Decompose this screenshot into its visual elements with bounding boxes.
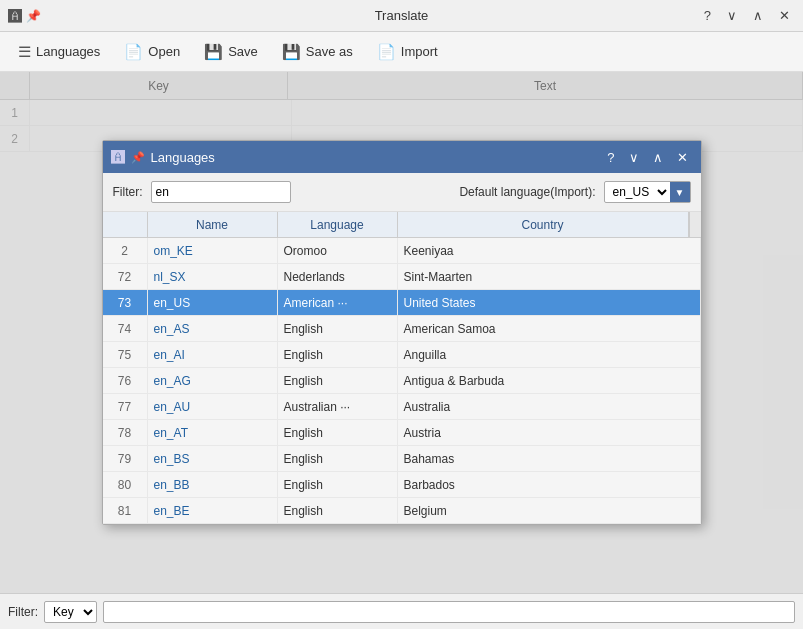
- lang-cell-name: en_BS: [148, 446, 278, 471]
- lang-cell-num: 75: [103, 342, 148, 367]
- lang-table-row[interactable]: 2 om_KE Oromoo Keeniyaa: [103, 238, 701, 264]
- lang-cell-num: 2: [103, 238, 148, 263]
- lang-table-row[interactable]: 73 en_US American ··· United States: [103, 290, 701, 316]
- lang-cell-num: 80: [103, 472, 148, 497]
- lang-cell-name: en_AI: [148, 342, 278, 367]
- lang-cell-language: English: [278, 472, 398, 497]
- saveas-button[interactable]: 💾 Save as: [272, 39, 363, 65]
- dialog-titlebar: 🅰 📌 Languages ? ∨ ∧ ✕: [103, 141, 701, 173]
- save-label: Save: [228, 44, 258, 59]
- close-button[interactable]: ✕: [774, 6, 795, 25]
- lang-cell-num: 78: [103, 420, 148, 445]
- bottom-filter-label: Filter:: [8, 605, 38, 619]
- title-bar-left: 🅰 📌: [8, 8, 41, 24]
- lang-col-num-header: [103, 212, 148, 237]
- lang-cell-name: nl_SX: [148, 264, 278, 289]
- lang-cell-name: en_AG: [148, 368, 278, 393]
- lang-table-header: Name Language Country: [103, 212, 701, 238]
- lang-col-country-header: Country: [398, 212, 689, 237]
- app-icon: 🅰: [8, 8, 22, 24]
- lang-cell-country: Barbados: [398, 472, 701, 497]
- lang-cell-language: English: [278, 498, 398, 523]
- default-language-select[interactable]: en_US: [605, 182, 670, 202]
- maximize-button[interactable]: ∧: [748, 6, 768, 25]
- lang-cell-country: American Samoa: [398, 316, 701, 341]
- pin-icon: 📌: [26, 9, 41, 23]
- lang-table-row[interactable]: 72 nl_SX Nederlands Sint-Maarten: [103, 264, 701, 290]
- lang-cell-name: en_BB: [148, 472, 278, 497]
- languages-button[interactable]: ☰ Languages: [8, 39, 110, 65]
- dialog-minimize-button[interactable]: ∨: [624, 148, 644, 167]
- dialog-titlebar-left: 🅰 📌 Languages: [111, 149, 215, 165]
- lang-cell-name: en_BE: [148, 498, 278, 523]
- save-icon: 💾: [204, 43, 223, 61]
- open-button[interactable]: 📄 Open: [114, 39, 190, 65]
- lang-cell-country: Bahamas: [398, 446, 701, 471]
- saveas-icon: 💾: [282, 43, 301, 61]
- lang-table-row[interactable]: 81 en_BE English Belgium: [103, 498, 701, 524]
- lang-cell-language: English: [278, 368, 398, 393]
- lang-table-row[interactable]: 79 en_BS English Bahamas: [103, 446, 701, 472]
- lang-cell-language: Oromoo: [278, 238, 398, 263]
- import-label: Import: [401, 44, 438, 59]
- dialog-filter-bar: Filter: Default language(Import): en_US …: [103, 173, 701, 212]
- languages-label: Languages: [36, 44, 100, 59]
- dialog-pin-icon: 📌: [131, 151, 145, 164]
- filter-input[interactable]: [151, 181, 291, 203]
- dialog-close-button[interactable]: ✕: [672, 148, 693, 167]
- lang-table-row[interactable]: 75 en_AI English Anguilla: [103, 342, 701, 368]
- title-bar: 🅰 📌 Translate ? ∨ ∧ ✕: [0, 0, 803, 32]
- lang-cell-name: en_AU: [148, 394, 278, 419]
- dropdown-arrow-button[interactable]: ▼: [670, 182, 690, 202]
- lang-cell-country: Austria: [398, 420, 701, 445]
- lang-cell-num: 73: [103, 290, 148, 315]
- scrollbar-header-spacer: [689, 212, 701, 237]
- modal-overlay: 🅰 📌 Languages ? ∨ ∧ ✕ Filter: Default la…: [0, 72, 803, 593]
- lang-col-language-header: Language: [278, 212, 398, 237]
- lang-col-name-header: Name: [148, 212, 278, 237]
- lang-cell-num: 79: [103, 446, 148, 471]
- menu-icon: ☰: [18, 43, 31, 61]
- import-button[interactable]: 📄 Import: [367, 39, 448, 65]
- lang-cell-language: Nederlands: [278, 264, 398, 289]
- lang-cell-language: English: [278, 446, 398, 471]
- lang-table-row[interactable]: 78 en_AT English Austria: [103, 420, 701, 446]
- default-language-label: Default language(Import):: [459, 185, 595, 199]
- open-icon: 📄: [124, 43, 143, 61]
- dialog-title: Languages: [151, 150, 215, 165]
- lang-cell-num: 81: [103, 498, 148, 523]
- languages-dialog: 🅰 📌 Languages ? ∨ ∧ ✕ Filter: Default la…: [102, 140, 702, 525]
- toolbar: ☰ Languages 📄 Open 💾 Save 💾 Save as 📄 Im…: [0, 32, 803, 72]
- saveas-label: Save as: [306, 44, 353, 59]
- lang-table-row[interactable]: 74 en_AS English American Samoa: [103, 316, 701, 342]
- lang-cell-num: 74: [103, 316, 148, 341]
- lang-cell-country: Keeniyaa: [398, 238, 701, 263]
- dialog-titlebar-right: ? ∨ ∧ ✕: [602, 148, 692, 167]
- lang-table-row[interactable]: 76 en_AG English Antigua & Barbuda: [103, 368, 701, 394]
- lang-cell-language: English: [278, 420, 398, 445]
- lang-cell-language: Australian ···: [278, 394, 398, 419]
- lang-table-body[interactable]: 2 om_KE Oromoo Keeniyaa 72 nl_SX Nederla…: [103, 238, 701, 524]
- lang-cell-country: Sint-Maarten: [398, 264, 701, 289]
- bottom-filter-input[interactable]: [103, 601, 795, 623]
- window-controls: ? ∨ ∧ ✕: [699, 6, 795, 25]
- bottom-filter-select[interactable]: Key Text All: [44, 601, 97, 623]
- lang-cell-name: om_KE: [148, 238, 278, 263]
- lang-cell-num: 77: [103, 394, 148, 419]
- save-button[interactable]: 💾 Save: [194, 39, 268, 65]
- lang-cell-name: en_US: [148, 290, 278, 315]
- dialog-app-icon: 🅰: [111, 149, 125, 165]
- filter-label: Filter:: [113, 185, 143, 199]
- main-area: Key Text 1 2 🅰: [0, 72, 803, 629]
- minimize-button[interactable]: ∨: [722, 6, 742, 25]
- bottom-filter-bar: Filter: Key Text All: [0, 593, 803, 629]
- lang-table-row[interactable]: 80 en_BB English Barbados: [103, 472, 701, 498]
- help-button[interactable]: ?: [699, 6, 716, 25]
- lang-cell-num: 72: [103, 264, 148, 289]
- lang-table-row[interactable]: 77 en_AU Australian ··· Australia: [103, 394, 701, 420]
- dialog-help-button[interactable]: ?: [602, 148, 619, 167]
- dialog-maximize-button[interactable]: ∧: [648, 148, 668, 167]
- lang-cell-language: English: [278, 342, 398, 367]
- lang-cell-country: Antigua & Barbuda: [398, 368, 701, 393]
- open-label: Open: [148, 44, 180, 59]
